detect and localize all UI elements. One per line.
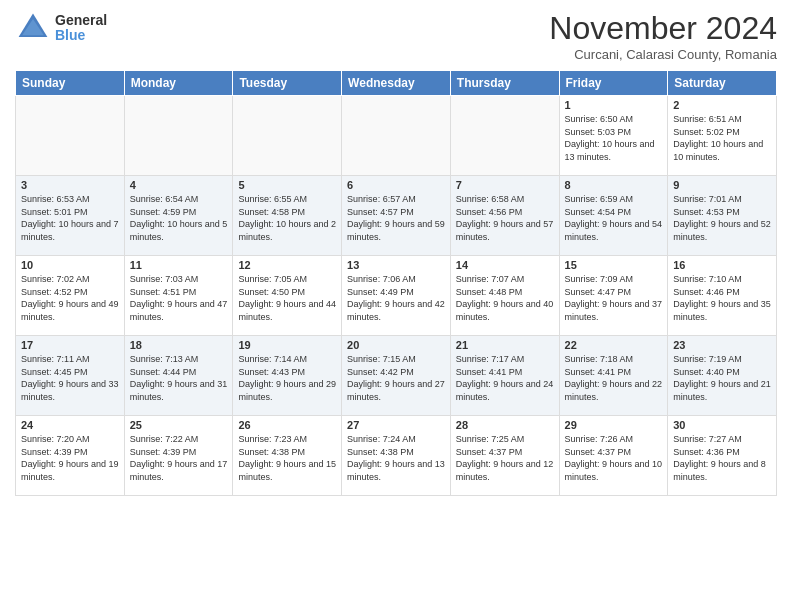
calendar-cell: 22Sunrise: 7:18 AMSunset: 4:41 PMDayligh… [559, 336, 668, 416]
day-number: 18 [130, 339, 228, 351]
calendar-cell: 29Sunrise: 7:26 AMSunset: 4:37 PMDayligh… [559, 416, 668, 496]
day-number: 5 [238, 179, 336, 191]
day-number: 26 [238, 419, 336, 431]
calendar-cell: 21Sunrise: 7:17 AMSunset: 4:41 PMDayligh… [450, 336, 559, 416]
day-info: Sunrise: 6:51 AMSunset: 5:02 PMDaylight:… [673, 113, 771, 163]
calendar-cell: 15Sunrise: 7:09 AMSunset: 4:47 PMDayligh… [559, 256, 668, 336]
calendar-cell: 12Sunrise: 7:05 AMSunset: 4:50 PMDayligh… [233, 256, 342, 336]
day-info: Sunrise: 7:25 AMSunset: 4:37 PMDaylight:… [456, 433, 554, 483]
logo-general-text: General [55, 13, 107, 28]
col-tuesday: Tuesday [233, 71, 342, 96]
day-number: 17 [21, 339, 119, 351]
day-number: 7 [456, 179, 554, 191]
day-number: 3 [21, 179, 119, 191]
calendar-cell: 8Sunrise: 6:59 AMSunset: 4:54 PMDaylight… [559, 176, 668, 256]
calendar-cell: 28Sunrise: 7:25 AMSunset: 4:37 PMDayligh… [450, 416, 559, 496]
day-info: Sunrise: 7:02 AMSunset: 4:52 PMDaylight:… [21, 273, 119, 323]
col-sunday: Sunday [16, 71, 125, 96]
calendar-cell: 19Sunrise: 7:14 AMSunset: 4:43 PMDayligh… [233, 336, 342, 416]
calendar-cell: 25Sunrise: 7:22 AMSunset: 4:39 PMDayligh… [124, 416, 233, 496]
calendar-cell: 4Sunrise: 6:54 AMSunset: 4:59 PMDaylight… [124, 176, 233, 256]
calendar-cell: 2Sunrise: 6:51 AMSunset: 5:02 PMDaylight… [668, 96, 777, 176]
day-info: Sunrise: 7:11 AMSunset: 4:45 PMDaylight:… [21, 353, 119, 403]
day-info: Sunrise: 7:09 AMSunset: 4:47 PMDaylight:… [565, 273, 663, 323]
logo: General Blue [15, 10, 107, 46]
day-info: Sunrise: 7:06 AMSunset: 4:49 PMDaylight:… [347, 273, 445, 323]
day-info: Sunrise: 7:19 AMSunset: 4:40 PMDaylight:… [673, 353, 771, 403]
calendar: Sunday Monday Tuesday Wednesday Thursday… [15, 70, 777, 496]
location: Curcani, Calarasi County, Romania [549, 47, 777, 62]
day-info: Sunrise: 7:05 AMSunset: 4:50 PMDaylight:… [238, 273, 336, 323]
day-number: 19 [238, 339, 336, 351]
calendar-cell [124, 96, 233, 176]
calendar-cell [16, 96, 125, 176]
day-number: 2 [673, 99, 771, 111]
calendar-cell [450, 96, 559, 176]
calendar-week-3: 17Sunrise: 7:11 AMSunset: 4:45 PMDayligh… [16, 336, 777, 416]
day-info: Sunrise: 7:27 AMSunset: 4:36 PMDaylight:… [673, 433, 771, 483]
day-number: 28 [456, 419, 554, 431]
logo-text: General Blue [55, 13, 107, 44]
day-number: 6 [347, 179, 445, 191]
calendar-cell: 30Sunrise: 7:27 AMSunset: 4:36 PMDayligh… [668, 416, 777, 496]
calendar-cell: 1Sunrise: 6:50 AMSunset: 5:03 PMDaylight… [559, 96, 668, 176]
day-info: Sunrise: 6:54 AMSunset: 4:59 PMDaylight:… [130, 193, 228, 243]
day-info: Sunrise: 7:18 AMSunset: 4:41 PMDaylight:… [565, 353, 663, 403]
col-wednesday: Wednesday [342, 71, 451, 96]
month-title: November 2024 [549, 10, 777, 47]
day-info: Sunrise: 7:01 AMSunset: 4:53 PMDaylight:… [673, 193, 771, 243]
calendar-cell: 26Sunrise: 7:23 AMSunset: 4:38 PMDayligh… [233, 416, 342, 496]
day-number: 21 [456, 339, 554, 351]
day-info: Sunrise: 7:14 AMSunset: 4:43 PMDaylight:… [238, 353, 336, 403]
day-number: 30 [673, 419, 771, 431]
day-info: Sunrise: 7:23 AMSunset: 4:38 PMDaylight:… [238, 433, 336, 483]
logo-icon [15, 10, 51, 46]
day-info: Sunrise: 7:03 AMSunset: 4:51 PMDaylight:… [130, 273, 228, 323]
calendar-week-1: 3Sunrise: 6:53 AMSunset: 5:01 PMDaylight… [16, 176, 777, 256]
day-info: Sunrise: 6:53 AMSunset: 5:01 PMDaylight:… [21, 193, 119, 243]
calendar-cell: 23Sunrise: 7:19 AMSunset: 4:40 PMDayligh… [668, 336, 777, 416]
header: General Blue November 2024 Curcani, Cala… [15, 10, 777, 62]
page: General Blue November 2024 Curcani, Cala… [0, 0, 792, 612]
day-number: 25 [130, 419, 228, 431]
day-info: Sunrise: 7:10 AMSunset: 4:46 PMDaylight:… [673, 273, 771, 323]
col-monday: Monday [124, 71, 233, 96]
day-number: 9 [673, 179, 771, 191]
calendar-cell: 10Sunrise: 7:02 AMSunset: 4:52 PMDayligh… [16, 256, 125, 336]
day-number: 8 [565, 179, 663, 191]
calendar-header-row: Sunday Monday Tuesday Wednesday Thursday… [16, 71, 777, 96]
calendar-week-2: 10Sunrise: 7:02 AMSunset: 4:52 PMDayligh… [16, 256, 777, 336]
col-friday: Friday [559, 71, 668, 96]
day-info: Sunrise: 7:07 AMSunset: 4:48 PMDaylight:… [456, 273, 554, 323]
day-info: Sunrise: 7:22 AMSunset: 4:39 PMDaylight:… [130, 433, 228, 483]
day-number: 23 [673, 339, 771, 351]
day-number: 4 [130, 179, 228, 191]
day-number: 22 [565, 339, 663, 351]
calendar-cell: 27Sunrise: 7:24 AMSunset: 4:38 PMDayligh… [342, 416, 451, 496]
day-number: 20 [347, 339, 445, 351]
day-info: Sunrise: 7:15 AMSunset: 4:42 PMDaylight:… [347, 353, 445, 403]
col-saturday: Saturday [668, 71, 777, 96]
calendar-cell: 14Sunrise: 7:07 AMSunset: 4:48 PMDayligh… [450, 256, 559, 336]
day-number: 10 [21, 259, 119, 271]
day-number: 12 [238, 259, 336, 271]
calendar-cell: 3Sunrise: 6:53 AMSunset: 5:01 PMDaylight… [16, 176, 125, 256]
day-info: Sunrise: 7:24 AMSunset: 4:38 PMDaylight:… [347, 433, 445, 483]
day-info: Sunrise: 7:17 AMSunset: 4:41 PMDaylight:… [456, 353, 554, 403]
calendar-cell: 5Sunrise: 6:55 AMSunset: 4:58 PMDaylight… [233, 176, 342, 256]
calendar-cell: 24Sunrise: 7:20 AMSunset: 4:39 PMDayligh… [16, 416, 125, 496]
calendar-cell: 7Sunrise: 6:58 AMSunset: 4:56 PMDaylight… [450, 176, 559, 256]
day-number: 14 [456, 259, 554, 271]
day-number: 29 [565, 419, 663, 431]
day-info: Sunrise: 6:58 AMSunset: 4:56 PMDaylight:… [456, 193, 554, 243]
calendar-cell: 20Sunrise: 7:15 AMSunset: 4:42 PMDayligh… [342, 336, 451, 416]
calendar-cell: 17Sunrise: 7:11 AMSunset: 4:45 PMDayligh… [16, 336, 125, 416]
calendar-cell: 11Sunrise: 7:03 AMSunset: 4:51 PMDayligh… [124, 256, 233, 336]
day-number: 15 [565, 259, 663, 271]
day-number: 27 [347, 419, 445, 431]
day-number: 11 [130, 259, 228, 271]
calendar-cell: 16Sunrise: 7:10 AMSunset: 4:46 PMDayligh… [668, 256, 777, 336]
day-info: Sunrise: 7:13 AMSunset: 4:44 PMDaylight:… [130, 353, 228, 403]
day-info: Sunrise: 7:20 AMSunset: 4:39 PMDaylight:… [21, 433, 119, 483]
day-number: 24 [21, 419, 119, 431]
